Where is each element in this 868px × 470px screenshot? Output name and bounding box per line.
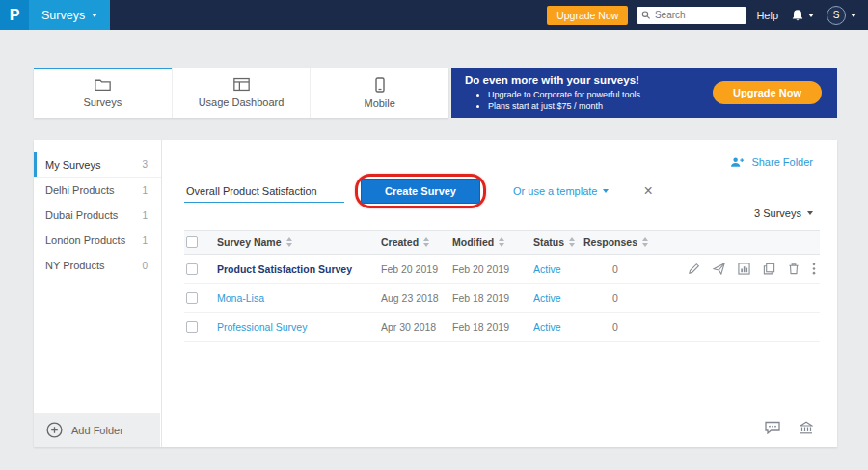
- promo-bullet: Plans start at just $75 / month: [488, 100, 713, 112]
- header-survey-name-label: Survey Name: [217, 236, 282, 248]
- sidebar-item-delhi-products[interactable]: Delhi Products 1: [34, 178, 161, 203]
- modified-cell: Feb 18 2019: [452, 292, 533, 304]
- folder-count: 3: [142, 159, 148, 170]
- folder-count: 1: [142, 235, 148, 246]
- sidebar-item-dubai-products[interactable]: Dubai Products 1: [34, 203, 161, 228]
- search-box[interactable]: [637, 7, 746, 24]
- surveys-count-label: 3 Surveys: [754, 207, 801, 219]
- sidebar-item-my-surveys[interactable]: My Surveys 3: [34, 152, 161, 178]
- promo-bullets: Upgrade to Corporate for powerful tools …: [465, 89, 713, 112]
- search-input[interactable]: [655, 10, 742, 20]
- folder-count: 1: [142, 210, 148, 221]
- header-responses-label: Responses: [583, 236, 637, 248]
- tab-mobile-label: Mobile: [364, 97, 394, 109]
- row-check-cell: [184, 292, 217, 304]
- survey-bank-icon[interactable]: [800, 421, 813, 434]
- promo-upgrade-button[interactable]: Upgrade Now: [713, 81, 822, 104]
- kebab-menu-icon[interactable]: [812, 263, 816, 275]
- account-menu[interactable]: S: [827, 6, 856, 25]
- modified-cell: Feb 20 2019: [452, 263, 533, 275]
- table-row: Mona-Lisa Aug 23 2018 Feb 18 2019 Active…: [184, 284, 820, 313]
- header-modified[interactable]: Modified: [452, 236, 533, 248]
- report-chart-icon[interactable]: [738, 263, 750, 275]
- copy-icon[interactable]: [763, 263, 775, 275]
- table-header-row: Survey Name Created Modified Status Resp…: [184, 230, 820, 255]
- row-check-cell: [184, 263, 217, 275]
- created-cell: Aug 23 2018: [381, 292, 452, 304]
- created-cell: Apr 30 2018: [381, 321, 452, 333]
- folder-name: NY Products: [45, 260, 105, 271]
- surveys-table: Survey Name Created Modified Status Resp…: [184, 230, 820, 342]
- promo-bullet: Upgrade to Corporate for powerful tools: [488, 89, 713, 100]
- sort-icon: [499, 237, 505, 247]
- panel-footer-icons: [765, 421, 813, 434]
- folder-name: Dubai Products: [45, 209, 118, 221]
- status-cell: Active: [533, 292, 583, 304]
- survey-name-link[interactable]: Professional Survey: [217, 321, 381, 333]
- folder-name: London Products: [45, 235, 125, 246]
- help-link[interactable]: Help: [756, 10, 778, 21]
- table-row: Professional Survey Apr 30 2018 Feb 18 2…: [184, 313, 820, 342]
- plus-circle-icon: [46, 422, 63, 438]
- status-cell: Active: [533, 321, 583, 333]
- chevron-down-icon: [807, 211, 813, 215]
- folder-count: 0: [142, 261, 148, 271]
- sidebar-item-london-products[interactable]: London Products 1: [34, 228, 161, 253]
- table-row: Product Satisfaction Survey Feb 20 2019 …: [184, 255, 820, 284]
- send-icon[interactable]: [713, 263, 725, 275]
- row-checkbox[interactable]: [186, 263, 198, 275]
- responses-cell: 0: [583, 292, 653, 304]
- header-status-label: Status: [533, 236, 564, 248]
- tab-surveys[interactable]: Surveys: [34, 68, 173, 118]
- select-all-cell: [184, 236, 217, 248]
- bell-icon: [791, 9, 804, 22]
- header-status[interactable]: Status: [533, 236, 583, 248]
- header-created-label: Created: [381, 236, 419, 248]
- tab-mobile[interactable]: Mobile: [311, 68, 448, 118]
- share-folder-button[interactable]: Share Folder: [730, 156, 813, 168]
- topbar-upgrade-button[interactable]: Upgrade Now: [547, 6, 628, 25]
- content-card: My Surveys 3 Delhi Products 1 Dubai Prod…: [34, 140, 837, 447]
- header-created[interactable]: Created: [381, 236, 452, 248]
- edit-pencil-icon[interactable]: [688, 263, 700, 275]
- trash-icon[interactable]: [788, 263, 800, 275]
- tab-usage-dashboard[interactable]: Usage Dashboard: [173, 68, 312, 118]
- select-all-checkbox[interactable]: [186, 236, 198, 248]
- surveys-app-menu[interactable]: Surveys: [29, 0, 110, 30]
- responses-cell: 0: [583, 321, 653, 333]
- notifications-menu[interactable]: [791, 9, 814, 22]
- chevron-down-icon: [851, 14, 856, 17]
- created-cell: Feb 20 2019: [381, 263, 452, 275]
- share-folder-icon: [730, 156, 745, 168]
- add-folder-label: Add Folder: [71, 425, 123, 436]
- header-survey-name[interactable]: Survey Name: [217, 236, 381, 248]
- surveys-count-dropdown[interactable]: 3 Surveys: [754, 207, 813, 219]
- promo-text: Do even more with your surveys! Upgrade …: [451, 74, 713, 112]
- row-actions: [653, 263, 820, 275]
- modified-cell: Feb 18 2019: [452, 321, 533, 333]
- survey-name-link[interactable]: Mona-Lisa: [217, 292, 381, 304]
- status-cell: Active: [533, 263, 583, 275]
- top-navigation-bar: P Surveys Upgrade Now Help S: [0, 0, 868, 30]
- add-folder-button[interactable]: Add Folder: [34, 413, 160, 447]
- surveys-panel: Share Folder Create Survey Or use a temp…: [163, 140, 837, 447]
- tab-surveys-label: Surveys: [83, 97, 122, 108]
- header-modified-label: Modified: [452, 236, 494, 248]
- header-responses[interactable]: Responses: [583, 236, 653, 248]
- use-template-link[interactable]: Or use a template: [513, 185, 609, 197]
- use-template-label: Or use a template: [513, 185, 597, 197]
- survey-name-link[interactable]: Product Satisfaction Survey: [217, 263, 381, 275]
- row-checkbox[interactable]: [186, 292, 198, 304]
- app-window: P Surveys Upgrade Now Help S Surveys: [0, 0, 868, 470]
- tab-usage-dashboard-label: Usage Dashboard: [199, 97, 285, 108]
- survey-name-input[interactable]: [184, 180, 344, 203]
- folder-count: 1: [142, 185, 148, 196]
- upgrade-promo-banner: Do even more with your surveys! Upgrade …: [451, 68, 837, 118]
- create-survey-button[interactable]: Create Survey: [361, 179, 480, 204]
- promo-title: Do even more with your surveys!: [465, 74, 713, 86]
- sidebar-item-ny-products[interactable]: NY Products 0: [34, 253, 161, 278]
- row-checkbox[interactable]: [186, 321, 198, 333]
- folder-icon: [95, 77, 111, 92]
- feedback-comment-icon[interactable]: [765, 421, 780, 434]
- close-icon[interactable]: ×: [643, 183, 652, 199]
